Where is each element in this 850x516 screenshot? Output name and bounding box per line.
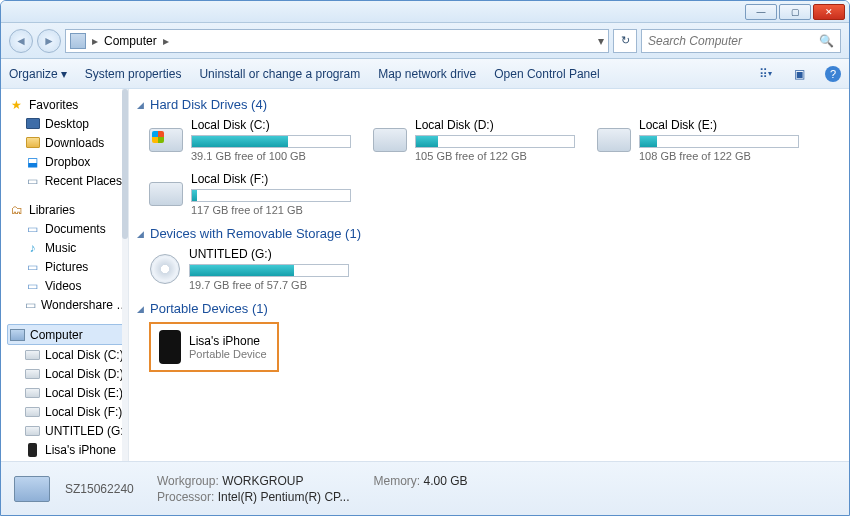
system-properties-button[interactable]: System properties: [85, 67, 182, 81]
window-titlebar: — ▢ ✕: [1, 1, 849, 23]
processor-value: Intel(R) Pentium(R) CP...: [218, 490, 350, 504]
removable-drive-icon: [150, 254, 180, 284]
sidebar-computer[interactable]: Computer: [7, 324, 124, 345]
close-button[interactable]: ✕: [813, 4, 845, 20]
search-icon: 🔍: [819, 34, 834, 48]
recent-places-icon: ▭: [25, 173, 40, 188]
capacity-fill: [192, 136, 288, 147]
sidebar-downloads[interactable]: Downloads: [7, 133, 124, 152]
sidebar-recent-places[interactable]: ▭Recent Places: [7, 171, 124, 190]
sidebar-favorites[interactable]: ★Favorites: [7, 95, 124, 114]
drive-label: Local Disk (F:): [191, 172, 351, 186]
device-type: Portable Device: [189, 348, 267, 360]
pictures-icon: ▭: [25, 259, 40, 274]
sidebar-dropbox[interactable]: ⬓Dropbox: [7, 152, 124, 171]
free-space: 117 GB free of 121 GB: [191, 204, 351, 216]
chevron-right-icon: ▸: [163, 34, 169, 48]
sidebar-pictures[interactable]: ▭Pictures: [7, 257, 124, 276]
folder-icon: ▭: [25, 297, 36, 312]
drive-label: Local Disk (C:): [191, 118, 351, 132]
search-box[interactable]: 🔍: [641, 29, 841, 53]
back-button[interactable]: ◄: [9, 29, 33, 53]
navigation-pane: ★Favorites Desktop Downloads ⬓Dropbox ▭R…: [1, 89, 129, 461]
view-options-icon[interactable]: ⠿▾: [757, 66, 773, 82]
group-hard-disk-drives[interactable]: ◢Hard Disk Drives (4): [137, 97, 839, 112]
dropbox-icon: ⬓: [25, 154, 40, 169]
hdd-windows-icon: [149, 128, 183, 152]
sidebar-libraries[interactable]: 🗂Libraries: [7, 200, 124, 219]
main-area: ★Favorites Desktop Downloads ⬓Dropbox ▭R…: [1, 89, 849, 461]
hdd-icon: [597, 128, 631, 152]
sidebar-local-disk-f[interactable]: Local Disk (F:): [7, 402, 124, 421]
sidebar-iphone[interactable]: Lisa's iPhone: [7, 440, 124, 459]
sidebar-scrollbar[interactable]: [122, 89, 128, 461]
computer-icon: [70, 33, 86, 49]
sidebar-desktop[interactable]: Desktop: [7, 114, 124, 133]
capacity-bar: [639, 135, 799, 148]
sidebar-music[interactable]: ♪Music: [7, 238, 124, 257]
sidebar-local-disk-e[interactable]: Local Disk (E:): [7, 383, 124, 402]
drive-f[interactable]: Local Disk (F:) 117 GB free of 121 GB: [149, 172, 349, 216]
sidebar-documents[interactable]: ▭Documents: [7, 219, 124, 238]
drive-icon: [25, 350, 40, 360]
search-input[interactable]: [648, 34, 819, 48]
portable-device-iphone[interactable]: Lisa's iPhone Portable Device: [149, 322, 279, 372]
hdd-icon: [373, 128, 407, 152]
capacity-bar: [415, 135, 575, 148]
preview-pane-icon[interactable]: ▣: [791, 66, 807, 82]
chevron-right-icon: ▸: [92, 34, 98, 48]
forward-button[interactable]: ►: [37, 29, 61, 53]
libraries-icon: 🗂: [9, 202, 24, 217]
help-icon[interactable]: ?: [825, 66, 841, 82]
free-space: 108 GB free of 122 GB: [639, 150, 799, 162]
drive-g[interactable]: UNTITLED (G:) 19.7 GB free of 57.7 GB: [149, 247, 349, 291]
sidebar-untitled-g[interactable]: UNTITLED (G:): [7, 421, 124, 440]
free-space: 105 GB free of 122 GB: [415, 150, 575, 162]
drive-label: Local Disk (E:): [639, 118, 799, 132]
memory-value: 4.00 GB: [424, 474, 468, 488]
capacity-bar: [189, 264, 349, 277]
drive-label: Local Disk (D:): [415, 118, 575, 132]
sidebar-videos[interactable]: ▭Videos: [7, 276, 124, 295]
phone-icon: [28, 443, 37, 457]
phone-icon: [159, 330, 181, 364]
maximize-button[interactable]: ▢: [779, 4, 811, 20]
group-portable-devices[interactable]: ◢Portable Devices (1): [137, 301, 839, 316]
free-space: 19.7 GB free of 57.7 GB: [189, 279, 349, 291]
documents-icon: ▭: [25, 221, 40, 236]
drive-e[interactable]: Local Disk (E:) 108 GB free of 122 GB: [597, 118, 797, 162]
content-pane: ◢Hard Disk Drives (4) Local Disk (C:) 39…: [129, 89, 849, 461]
drive-c[interactable]: Local Disk (C:) 39.1 GB free of 100 GB: [149, 118, 349, 162]
refresh-button[interactable]: ↻: [613, 29, 637, 53]
map-network-drive-button[interactable]: Map network drive: [378, 67, 476, 81]
address-dropdown-icon[interactable]: ▾: [598, 34, 604, 48]
organize-menu[interactable]: Organize ▾: [9, 67, 67, 81]
capacity-fill: [640, 136, 657, 147]
sidebar-local-disk-d[interactable]: Local Disk (D:): [7, 364, 124, 383]
drive-icon: [25, 369, 40, 379]
collapse-icon: ◢: [137, 304, 144, 314]
drive-d[interactable]: Local Disk (D:) 105 GB free of 122 GB: [373, 118, 573, 162]
processor-label: Processor:: [157, 490, 214, 504]
drive-label: UNTITLED (G:): [189, 247, 349, 261]
scrollbar-thumb[interactable]: [122, 89, 128, 239]
desktop-icon: [26, 118, 40, 129]
capacity-fill: [416, 136, 438, 147]
uninstall-program-button[interactable]: Uninstall or change a program: [199, 67, 360, 81]
address-bar[interactable]: ▸ Computer ▸ ▾: [65, 29, 609, 53]
device-name: Lisa's iPhone: [189, 334, 267, 348]
computer-large-icon: [11, 469, 53, 509]
sidebar-wondershare[interactable]: ▭Wondershare …: [7, 295, 124, 314]
open-control-panel-button[interactable]: Open Control Panel: [494, 67, 599, 81]
collapse-icon: ◢: [137, 100, 144, 110]
minimize-button[interactable]: —: [745, 4, 777, 20]
details-pane: SZ15062240 Workgroup: WORKGROUP Memory: …: [1, 461, 849, 515]
music-icon: ♪: [25, 240, 40, 255]
breadcrumb-computer[interactable]: Computer: [104, 34, 157, 48]
group-removable-storage[interactable]: ◢Devices with Removable Storage (1): [137, 226, 839, 241]
drive-icon: [25, 426, 40, 436]
drive-icon: [25, 407, 40, 417]
workgroup-label: Workgroup:: [157, 474, 219, 488]
computer-icon: [10, 329, 25, 341]
sidebar-local-disk-c[interactable]: Local Disk (C:): [7, 345, 124, 364]
